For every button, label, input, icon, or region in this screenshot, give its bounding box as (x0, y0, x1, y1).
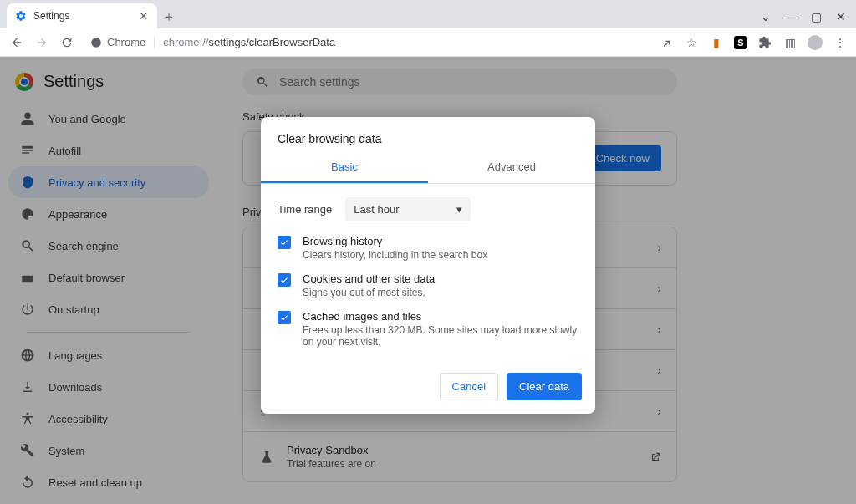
kebab-menu-icon[interactable]: ⋮ (833, 35, 848, 50)
close-tab-icon[interactable]: ✕ (139, 9, 149, 23)
time-range-select[interactable]: Last hour ▾ (345, 197, 471, 221)
browser-toolbar: Chrome chrome://settings/clearBrowserDat… (0, 28, 856, 57)
maximize-button[interactable]: ▢ (811, 12, 821, 22)
svg-point-0 (91, 38, 101, 48)
minimize-button[interactable]: ― (786, 12, 796, 22)
omnibox-url: chrome://settings/clearBrowserData (163, 36, 335, 48)
chevron-down-icon[interactable]: ⌄ (761, 12, 771, 22)
forward-button[interactable] (33, 34, 50, 51)
option-cached[interactable]: Cached images and filesFrees up less tha… (278, 310, 578, 348)
dialog-title: Clear browsing data (261, 117, 595, 152)
clear-data-button[interactable]: Clear data (507, 373, 582, 400)
checkbox-checked[interactable] (278, 236, 291, 249)
tab-basic[interactable]: Basic (261, 152, 428, 183)
share-icon[interactable] (659, 35, 674, 50)
option-browsing-history[interactable]: Browsing historyClears history, includin… (278, 235, 578, 261)
browser-tab[interactable]: Settings ✕ (7, 3, 157, 28)
time-range-label: Time range (278, 203, 332, 216)
clear-data-dialog: Clear browsing data Basic Advanced Time … (261, 117, 595, 414)
reload-button[interactable] (59, 34, 75, 51)
omnibox-chip: Chrome (107, 36, 145, 48)
tab-title: Settings (33, 10, 69, 22)
cancel-button[interactable]: Cancel (440, 373, 498, 400)
new-tab-button[interactable]: ＋ (157, 5, 181, 28)
window-titlebar: Settings ✕ ＋ ⌄ ― ▢ ✕ (0, 0, 856, 28)
omnibox[interactable]: Chrome chrome://settings/clearBrowserDat… (84, 36, 650, 48)
chrome-icon (90, 37, 102, 48)
checkbox-checked[interactable] (278, 311, 291, 324)
profile-avatar[interactable] (808, 35, 823, 50)
checkbox-checked[interactable] (278, 273, 291, 287)
extension-orange-icon[interactable]: ▮ (709, 35, 724, 50)
sidepanel-icon[interactable]: ▥ (782, 35, 797, 50)
gear-icon (15, 10, 27, 22)
modal-scrim: Clear browsing data Basic Advanced Time … (0, 57, 856, 504)
option-cookies[interactable]: Cookies and other site dataSigns you out… (278, 272, 578, 298)
dialog-tabs: Basic Advanced (261, 152, 595, 184)
extension-s-badge[interactable]: S (734, 36, 747, 49)
chevron-down-icon: ▾ (456, 203, 462, 216)
close-window-button[interactable]: ✕ (836, 12, 846, 22)
tab-advanced[interactable]: Advanced (428, 152, 595, 183)
bookmark-star-icon[interactable]: ☆ (684, 35, 699, 50)
extensions-puzzle-icon[interactable] (757, 35, 772, 50)
back-button[interactable] (8, 34, 25, 51)
